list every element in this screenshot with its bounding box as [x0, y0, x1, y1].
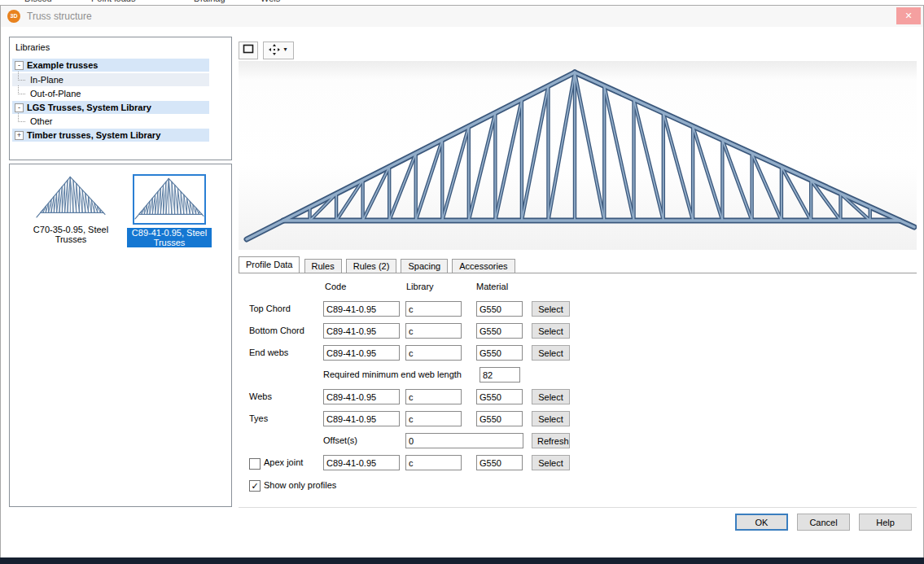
desktop-taskbar-strip: [0, 557, 924, 564]
thumbnail-caption: C70-35-0.95, Steel Trusses: [28, 225, 113, 244]
tyes-library-input[interactable]: [405, 411, 462, 426]
tab-spacing[interactable]: Spacing: [401, 259, 448, 273]
tab-strip: Profile Data Rules Rules (2) Spacing Acc…: [239, 256, 917, 273]
tree-item-other[interactable]: Other: [12, 115, 209, 128]
row-min-end-web-length: Required minimum end web length: [1, 367, 923, 383]
webs-code-input[interactable]: [323, 389, 400, 404]
tab-accessories[interactable]: Accessories: [452, 259, 515, 273]
dialog-titlebar[interactable]: 3D Truss structure ✕: [1, 6, 923, 27]
end-webs-select-button[interactable]: Select: [532, 345, 570, 361]
background-menu-fragment: Drainag: [194, 0, 226, 3]
ok-button[interactable]: OK: [735, 514, 788, 531]
tree-item-in-plane[interactable]: In-Plane: [12, 73, 209, 86]
collapse-icon[interactable]: -: [15, 61, 24, 70]
show-only-profiles-checkbox[interactable]: ✓: [249, 480, 261, 492]
refresh-button[interactable]: Refresh: [532, 433, 570, 448]
close-button[interactable]: ✕: [896, 7, 921, 24]
dialog-title: Truss structure: [27, 11, 92, 22]
close-icon: ✕: [904, 11, 912, 20]
tyes-material-input[interactable]: [476, 411, 523, 426]
row-label: Webs: [249, 389, 272, 404]
column-header-material: Material: [476, 282, 508, 291]
row-bottom-chord: Bottom Chord Select: [1, 323, 923, 339]
tyes-code-input[interactable]: [323, 411, 400, 426]
apex-joint-library-input[interactable]: [405, 455, 462, 470]
row-top-chord: Top Chord Select: [1, 301, 923, 317]
webs-library-input[interactable]: [405, 389, 462, 404]
tree-connector: [18, 85, 25, 94]
tree-connector: [18, 113, 25, 122]
column-header-library: Library: [406, 282, 434, 291]
background-menu-fragment: Point loads: [91, 0, 135, 3]
chevron-down-icon[interactable]: ▾: [284, 46, 287, 53]
tree-item-out-of-plane[interactable]: Out-of-Plane: [12, 87, 209, 100]
truss-structure-dialog: 3D Truss structure ✕ Libraries - Example…: [0, 5, 924, 559]
app-icon: 3D: [7, 10, 20, 23]
truss-render: [239, 61, 917, 250]
tyes-select-button[interactable]: Select: [532, 411, 570, 426]
truss-preview[interactable]: [239, 61, 917, 250]
bottom-chord-material-input[interactable]: [476, 323, 523, 339]
row-label: Bottom Chord: [249, 323, 304, 339]
row-apex-joint: Apex joint Select: [1, 455, 923, 471]
bottom-chord-code-input[interactable]: [323, 323, 400, 339]
thumbnail-c89-41[interactable]: C89-41-0.95, Steel Trusses: [122, 174, 217, 247]
row-label: Tyes: [249, 411, 268, 426]
apex-joint-material-input[interactable]: [476, 455, 523, 470]
tree-connector: [18, 72, 25, 81]
tab-rules-2[interactable]: Rules (2): [346, 259, 397, 273]
cancel-button[interactable]: Cancel: [797, 514, 850, 531]
selection-rectangle-icon: [243, 44, 254, 54]
libraries-panel: Libraries - Example trusses In-Plane Out…: [9, 37, 232, 160]
end-webs-code-input[interactable]: [323, 345, 400, 361]
tree-item-example-trusses[interactable]: - Example trusses: [12, 59, 209, 72]
offsets-label: Offset(s): [323, 433, 357, 448]
pan-view-button[interactable]: ▾: [263, 42, 294, 59]
libraries-header: Libraries: [15, 42, 50, 52]
top-chord-material-input[interactable]: [476, 301, 523, 317]
check-icon: ✓: [251, 481, 258, 491]
bottom-chord-select-button[interactable]: Select: [532, 323, 570, 339]
zoom-area-button[interactable]: [239, 42, 258, 59]
thumbnail-c70-35[interactable]: C70-35-0.95, Steel Trusses: [26, 174, 116, 244]
row-tyes: Tyes Select: [1, 411, 923, 427]
expand-icon[interactable]: +: [15, 131, 24, 140]
background-menu-fragment: Wels: [261, 0, 280, 3]
preview-toolbar: ▾: [239, 42, 296, 59]
top-chord-code-input[interactable]: [323, 301, 400, 317]
truss-thumbnail-image: [36, 174, 106, 221]
tab-profile-data[interactable]: Profile Data: [239, 256, 300, 273]
show-only-profiles-label: Show only profiles: [264, 478, 336, 493]
truss-thumbnail-image: [134, 176, 204, 223]
pan-icon: [269, 44, 280, 55]
tree-item-timber-trusses[interactable]: + Timber trusses, System Library: [12, 129, 209, 142]
tree-item-lgs-trusses[interactable]: - LGS Trusses, System Library: [12, 101, 209, 114]
row-end-webs: End webs Select: [1, 345, 923, 361]
thumbnail-caption: C89-41-0.95, Steel Trusses: [127, 228, 212, 247]
top-chord-select-button[interactable]: Select: [532, 301, 570, 317]
apex-joint-checkbox[interactable]: [249, 458, 261, 470]
apex-joint-label: Apex joint: [264, 455, 303, 470]
tab-rules[interactable]: Rules: [304, 259, 342, 273]
end-webs-library-input[interactable]: [405, 345, 462, 361]
min-end-web-length-label: Required minimum end web length: [323, 367, 462, 383]
row-show-only-profiles: ✓ Show only profiles: [1, 478, 923, 494]
min-end-web-length-input[interactable]: [480, 367, 520, 383]
row-webs: Webs Select: [1, 389, 923, 405]
bottom-chord-library-input[interactable]: [405, 323, 462, 339]
row-label: End webs: [249, 345, 288, 361]
row-offsets: Offset(s) Refresh: [1, 433, 923, 449]
top-chord-library-input[interactable]: [405, 301, 462, 317]
separator-line: [239, 507, 917, 508]
apex-joint-select-button[interactable]: Select: [532, 455, 570, 470]
webs-select-button[interactable]: Select: [532, 389, 570, 404]
row-label: Top Chord: [249, 301, 291, 317]
apex-joint-code-input[interactable]: [323, 455, 400, 470]
column-header-code: Code: [325, 282, 346, 291]
offsets-input[interactable]: [405, 433, 523, 448]
help-button[interactable]: Help: [859, 514, 912, 531]
collapse-icon[interactable]: -: [15, 103, 24, 112]
end-webs-material-input[interactable]: [476, 345, 523, 361]
webs-material-input[interactable]: [476, 389, 523, 404]
background-menu-fragment: Discou: [24, 0, 52, 3]
